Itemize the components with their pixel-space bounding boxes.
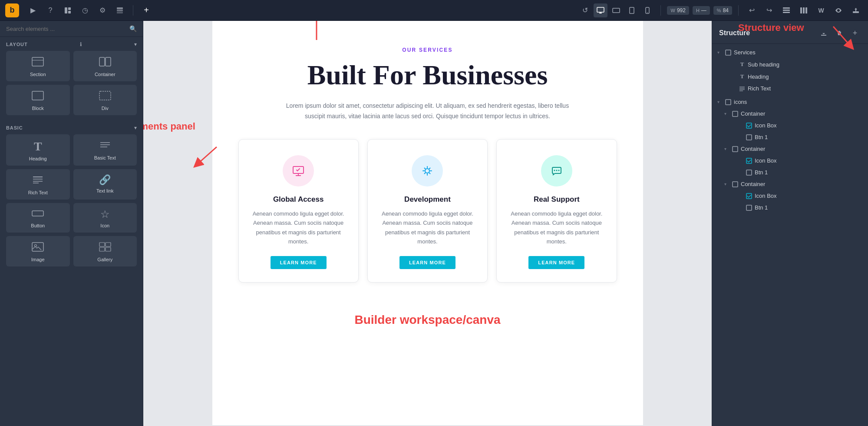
toolbar-divider-1 [133,5,133,16]
subheading-node[interactable]: T Sub heading [712,58,868,70]
svg-rect-7 [599,13,602,13]
settings-tool[interactable]: ⚙ [96,3,109,17]
zoom-field[interactable]: % 84 [713,6,732,15]
svg-point-45 [558,170,559,171]
download-structure[interactable] [818,27,830,39]
rich-text-element[interactable]: Rich Text [6,169,70,200]
svg-rect-23 [32,91,43,100]
section-icon [32,57,44,68]
history-tool[interactable]: ◷ [78,3,92,17]
button-icon [32,209,44,220]
iconbox3-node[interactable]: Icon Box [712,190,868,202]
svg-rect-5 [117,12,123,13]
gallery-element[interactable]: Gallery [73,236,137,266]
container3-node[interactable]: ▾ Container [712,178,868,190]
add-tool[interactable]: + [139,3,153,17]
layout-collapse[interactable]: ▾ [134,41,137,47]
iconbox1-node[interactable]: Icon Box [712,120,868,131]
delete-structure[interactable] [833,27,845,39]
width-field[interactable]: W 992 [667,6,689,15]
container1-node[interactable]: ▾ Container [712,108,868,120]
svg-rect-22 [106,57,111,66]
container2-node[interactable]: ▾ Container [712,143,868,155]
tablet-portrait[interactable] [625,3,639,17]
mobile-view[interactable] [640,3,654,17]
toolbar-divider-3 [738,5,739,16]
div-element[interactable]: Div [73,85,137,115]
svg-rect-21 [99,57,105,66]
container1-icon [732,111,738,117]
button-element[interactable]: Button [6,203,70,233]
refresh-btn[interactable]: ↺ [578,3,592,17]
section-element[interactable]: Section [6,51,70,81]
columns-btn[interactable] [797,3,811,17]
width-label: W [670,8,675,13]
block-element[interactable]: Block [6,85,70,115]
heading-element[interactable]: T Heading [6,134,70,166]
icons-node[interactable]: ▾ icons [712,96,868,108]
basic-collapse[interactable]: ▾ [134,125,137,131]
cursor-tool[interactable]: ▶ [26,3,40,17]
heading-node[interactable]: T Heading [712,70,868,83]
basic-text-element[interactable]: Basic Text [73,134,137,166]
publish-btn[interactable] [849,3,863,17]
help-tool[interactable]: ? [43,3,57,17]
zoom-value[interactable]: 84 [723,7,729,13]
card3-button[interactable]: LEARN MORE [528,256,584,269]
icon-label: Icon [100,223,109,228]
database-tool[interactable] [113,3,127,17]
layout-section-title: LAYOUT [6,42,28,47]
panel-scroll: LAYOUT ℹ ▾ Section Container [0,37,143,426]
toolbar-divider-2 [660,5,661,16]
gallery-label: Gallery [97,257,112,262]
redo-btn[interactable]: ↪ [762,3,776,17]
desktop-view[interactable] [594,3,607,17]
services-node[interactable]: ▾ Services [712,47,868,58]
iconbox1-label: Icon Box [755,122,777,129]
add-structure[interactable]: + [849,27,861,39]
container-element[interactable]: Container [73,51,137,81]
btn3-node[interactable]: Btn 1 [712,202,868,213]
template-tool[interactable] [61,3,75,17]
height-label: H [696,8,700,13]
container-icon [99,57,111,68]
tablet-landscape[interactable] [609,3,623,17]
svg-rect-17 [805,7,807,13]
height-value[interactable]: — [701,7,706,13]
div-icon [99,91,111,102]
container2-icon [732,146,738,152]
text-link-element[interactable]: 🔗 Text link [73,169,137,200]
services-chevron: ▾ [717,50,723,55]
wordpress-btn[interactable]: W [814,3,828,17]
container2-label: Container [741,146,765,152]
richtext-node[interactable]: Rich Text [712,83,868,94]
height-field[interactable]: H — [693,6,710,15]
card-development: Development Aenean commodo ligula egget … [367,139,488,283]
card2-button[interactable]: LEARN MORE [399,256,455,269]
card3-text: Aenean commodo ligula egget dolor. Aenea… [509,209,604,246]
btn2-node[interactable]: Btn 1 [712,166,868,178]
preview-btn[interactable] [832,3,845,17]
search-input[interactable] [6,26,126,32]
card1-button[interactable]: LEARN MORE [271,256,327,269]
icon-element[interactable]: ☆ Icon [73,203,137,233]
rows-btn[interactable] [779,3,793,17]
block-label: Block [32,106,44,111]
top-toolbar: b ▶ ? ◷ ⚙ + ↺ W 992 H — % 84 [0,0,868,21]
services-label: Services [734,49,756,56]
services-icon [725,50,731,56]
btn1-node[interactable]: Btn 1 [712,131,868,143]
container1-label: Container [741,110,765,117]
image-label: Image [31,257,45,262]
structure-tree: ▾ Services T Sub heading T Heading Rich … [712,44,868,426]
layout-info-icon[interactable]: ℹ [80,41,82,47]
canvas-page: OUR SERVICES Built For Businesses Lorem … [212,21,643,425]
iconbox2-node[interactable]: Icon Box [712,155,868,166]
undo-btn[interactable]: ↩ [745,3,759,17]
width-value[interactable]: 992 [677,7,686,13]
icon-icon: ☆ [100,209,110,220]
card3-icon-circle [541,155,572,186]
image-element[interactable]: Image [6,236,70,266]
svg-rect-20 [32,60,43,60]
app-logo[interactable]: b [5,3,19,17]
